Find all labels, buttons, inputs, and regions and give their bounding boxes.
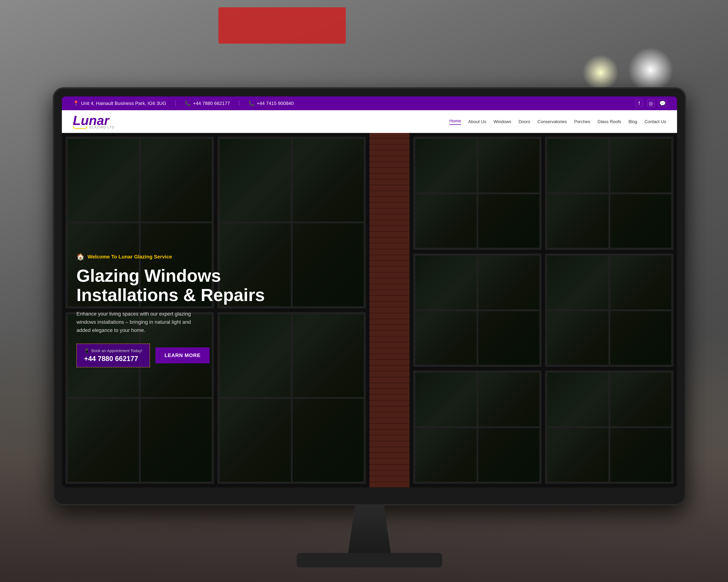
hero-title: Glazing Windows Installations & Repairs <box>76 266 386 304</box>
top-bar: 📍 Unit 4, Hainault Business Park, IG6 3U… <box>62 96 677 110</box>
cta-phone-number[interactable]: +44 7880 662177 <box>84 355 142 363</box>
nav-contact[interactable]: Contact Us <box>645 119 666 124</box>
nav-home[interactable]: Home <box>449 118 461 125</box>
monitor-screen: 📍 Unit 4, Hainault Business Park, IG6 3U… <box>62 96 677 488</box>
phone1-text: +44 7880 662177 <box>193 101 230 106</box>
divider-1 <box>175 101 176 106</box>
nav-porches[interactable]: Porches <box>574 119 590 124</box>
welcome-text: Welcome To Lunar Glazing Service <box>87 254 172 260</box>
background-red-banner <box>218 7 346 44</box>
nav-conservatories[interactable]: Conservatories <box>538 119 567 124</box>
logo-tagline: GLAZING LTD <box>89 126 114 129</box>
address-item: 📍 Unit 4, Hainault Business Park, IG6 3U… <box>73 101 166 106</box>
phone1-icon: 📞 <box>185 101 191 106</box>
monitor: 📍 Unit 4, Hainault Business Park, IG6 3U… <box>53 87 686 506</box>
nav-bar: Lunar GLAZING LTD Home About Us Windows <box>62 110 677 133</box>
nav-links: Home About Us Windows Doors Conservatori… <box>449 118 666 125</box>
hero-description: Enhance your living spaces with our expe… <box>76 310 204 334</box>
location-icon: 📍 <box>73 101 79 106</box>
top-bar-left: 📍 Unit 4, Hainault Business Park, IG6 3U… <box>73 101 294 106</box>
hero-content: 🏠 Welcome To Lunar Glazing Service Glazi… <box>62 133 400 488</box>
cta-phone-label-text: Book an Appointment Today! <box>92 349 142 353</box>
hero-title-line1: Glazing Windows <box>76 266 221 285</box>
phone2-icon: 📞 <box>249 101 255 106</box>
welcome-tag: 🏠 Welcome To Lunar Glazing Service <box>76 253 386 260</box>
phone1-item[interactable]: 📞 +44 7880 662177 <box>185 101 230 106</box>
phone-cta-icon: 📱 <box>84 348 89 353</box>
building-icon: 🏠 <box>76 253 85 260</box>
phone2-text: +44 7415 900840 <box>257 101 293 106</box>
hero-cta: 📱 Book an Appointment Today! +44 7880 66… <box>76 343 386 367</box>
address-text: Unit 4, Hainault Business Park, IG6 3UG <box>81 101 166 106</box>
logo-main: Lunar GLAZING LTD <box>73 114 114 129</box>
cta-phone-box[interactable]: 📱 Book an Appointment Today! +44 7880 66… <box>76 343 150 367</box>
learn-more-button[interactable]: LEARN MORE <box>155 348 210 363</box>
divider-2 <box>239 101 239 106</box>
monitor-base <box>297 553 442 567</box>
social-links: f ◎ 💬 <box>635 100 666 107</box>
nav-doors[interactable]: Doors <box>519 119 530 124</box>
logo-name[interactable]: Lunar <box>73 114 109 127</box>
facebook-icon[interactable]: f <box>635 100 643 107</box>
monitor-frame: 📍 Unit 4, Hainault Business Park, IG6 3U… <box>53 87 686 506</box>
hero-title-line2: Installations & Repairs <box>76 285 265 305</box>
nav-glass-roofs[interactable]: Glass Roofs <box>598 119 621 124</box>
cta-phone-label: 📱 Book an Appointment Today! <box>84 348 142 353</box>
hero-section: 🏠 Welcome To Lunar Glazing Service Glazi… <box>62 133 677 488</box>
instagram-icon[interactable]: ◎ <box>647 100 654 107</box>
whatsapp-icon[interactable]: 💬 <box>659 100 666 107</box>
nav-blog[interactable]: Blog <box>628 119 637 124</box>
logo-arc <box>73 126 87 129</box>
logo: Lunar GLAZING LTD <box>73 114 114 129</box>
phone2-item[interactable]: 📞 +44 7415 900840 <box>249 101 293 106</box>
nav-windows[interactable]: Windows <box>494 119 511 124</box>
background-light-2 <box>628 47 673 93</box>
logo-wrapper: Lunar GLAZING LTD <box>73 114 114 129</box>
background-light-1 <box>582 55 619 91</box>
nav-about[interactable]: About Us <box>468 119 486 124</box>
website: 📍 Unit 4, Hainault Business Park, IG6 3U… <box>62 96 677 488</box>
